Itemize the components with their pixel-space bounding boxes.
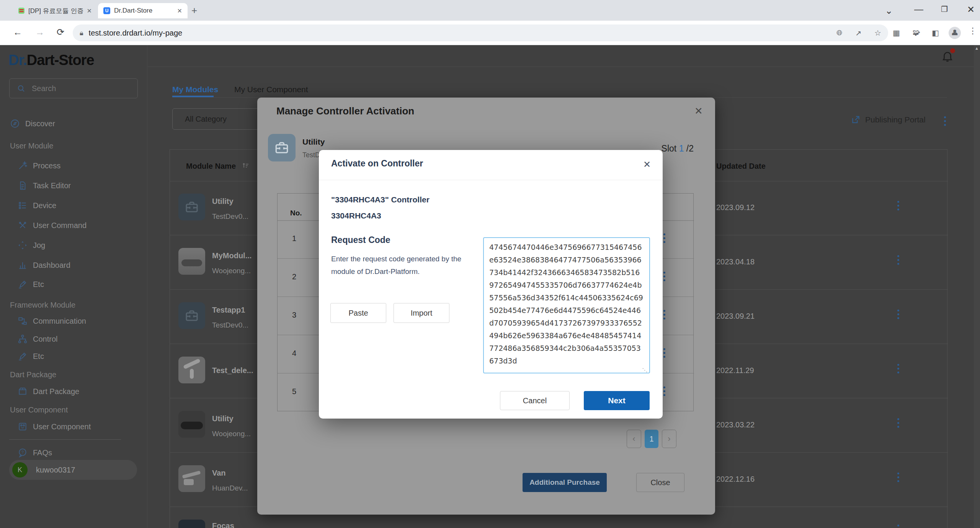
pagination-next-button[interactable]: › [662, 430, 676, 448]
textarea-resize-handle-icon[interactable]: ⋰ [642, 368, 648, 373]
sidebar-item-jog[interactable]: Jog [18, 240, 45, 250]
slot-kebab-icon[interactable] [663, 233, 665, 243]
slot-kebab-icon[interactable] [663, 310, 665, 319]
sidebar-item-faqs[interactable]: ? FAQs [18, 448, 52, 458]
row-kebab-icon[interactable] [897, 364, 899, 373]
store-logo[interactable]: Dr.Dart-Store [8, 52, 94, 68]
user-card[interactable]: K kuwoo0317 [9, 460, 137, 480]
sidebar-item-label: Dart Package [33, 387, 79, 396]
module-updated-date: 2022.11.29 [716, 366, 754, 375]
window-minimize-button[interactable]: — [914, 5, 923, 14]
row-kebab-icon[interactable] [897, 310, 899, 319]
sidebar-item-etc-framework[interactable]: Etc [18, 351, 44, 361]
sidebar-item-task-editor[interactable]: Task Editor [18, 181, 71, 191]
row-kebab-icon[interactable] [897, 525, 899, 528]
tab-my-modules[interactable]: My Modules [172, 85, 218, 94]
window-restore-button[interactable]: ❐ [941, 5, 948, 13]
sidebar-item-control[interactable]: Control [18, 334, 57, 344]
paste-button[interactable]: Paste [330, 303, 386, 323]
faq-icon: ? [18, 448, 28, 458]
pagination-prev-button[interactable]: ‹ [627, 430, 641, 448]
sidebar-item-etc-user[interactable]: Etc [18, 279, 44, 289]
profile-avatar[interactable]: 👤︎ [949, 27, 961, 39]
sidebar-item-label: Device [33, 201, 56, 210]
communication-icon [18, 316, 28, 326]
pencil-icon [18, 279, 28, 289]
category-select-value: All Category [185, 115, 227, 124]
next-button[interactable]: Next [584, 391, 650, 410]
header-divider [148, 67, 974, 67]
search-input[interactable] [31, 84, 127, 93]
modal2-close-icon[interactable]: ✕ [643, 159, 651, 170]
address-bar[interactable]: 🔒︎ test.store.drdart.io/my-page 🌐︎ ↗ ☆ [73, 24, 888, 41]
side-panel-icon[interactable]: ◧ [932, 28, 939, 37]
browser-tab-strip: [DP] 유료모듈 인증 기능 개발 (Ic ✕ U Dr.Dart-Store… [0, 0, 980, 21]
bookmark-star-icon[interactable]: ☆ [874, 28, 881, 37]
forward-icon[interactable]: → [35, 28, 44, 37]
extensions-puzzle-icon[interactable]: 🧩︎ [913, 28, 920, 37]
sidebar-item-communication[interactable]: Communication [18, 316, 86, 326]
page-scrollbar[interactable]: ▲ ▼ [974, 45, 980, 528]
module-name: Test_dele... [212, 366, 253, 375]
tab1-close-icon[interactable]: ✕ [87, 7, 92, 15]
sidebar-item-dart-package[interactable]: Dart Package [18, 386, 79, 396]
row-kebab-icon[interactable] [897, 473, 899, 482]
extension-qr-icon[interactable]: ▦ [893, 28, 900, 37]
translate-icon[interactable]: 🌐︎ [836, 29, 842, 37]
section-framework-module: Framework Module [10, 301, 75, 310]
search-box[interactable] [9, 78, 138, 98]
bar-chart-icon [18, 260, 28, 270]
compass-icon [10, 119, 20, 129]
notification-badge [950, 48, 955, 53]
cancel-label: Cancel [523, 396, 547, 405]
additional-purchase-button[interactable]: Additional Purchase [523, 473, 607, 492]
search-icon [16, 84, 26, 93]
module-name: Utility [212, 414, 234, 423]
tools-icon [18, 220, 28, 230]
back-icon[interactable]: ← [13, 28, 22, 37]
row-kebab-icon[interactable] [897, 255, 899, 265]
slot-no: 2 [292, 272, 296, 281]
modal1-close-button[interactable]: Close [636, 473, 684, 492]
slot-kebab-icon[interactable] [663, 348, 665, 358]
modal1-title: Manage Controller Activation [276, 105, 414, 117]
share-icon[interactable]: ↗ [855, 29, 861, 37]
modal1-close-icon[interactable]: ✕ [694, 105, 703, 117]
sidebar-item-dashboard[interactable]: Dashboard [18, 260, 70, 270]
tab-my-user-component[interactable]: My User Component [234, 85, 308, 94]
tab2-close-icon[interactable]: ✕ [177, 7, 182, 15]
sidebar-item-user-command[interactable]: User Command [18, 220, 87, 230]
row-kebab-icon[interactable] [897, 201, 899, 210]
import-button[interactable]: Import [394, 303, 449, 323]
controller-id: 3304RHC4A3 [331, 211, 381, 220]
sidebar-item-discover[interactable]: Discover [10, 119, 55, 129]
slot-kebab-icon[interactable] [663, 386, 665, 396]
sidebar-item-process[interactable]: Process [18, 161, 60, 171]
table-header-module-name[interactable]: Module Name [186, 162, 236, 171]
sidebar-item-label: User Component [33, 422, 91, 431]
module-dev: TestDev0... [212, 212, 248, 221]
scrollbar-up-arrow-icon[interactable]: ▲ [975, 46, 979, 51]
sidebar-item-user-component[interactable]: User Component [18, 422, 91, 432]
sort-icon[interactable] [241, 161, 250, 170]
jog-move-icon [18, 240, 28, 250]
sidebar-item-device[interactable]: Device [18, 200, 56, 210]
sidebar-item-label: Etc [33, 352, 44, 361]
window-menu-chevron-icon[interactable]: ⌄ [885, 6, 893, 15]
reload-icon[interactable]: ⟳ [57, 28, 64, 37]
module-name: Van [212, 469, 226, 477]
page-menu-kebab-icon[interactable] [944, 116, 946, 126]
tab1-title: [DP] 유료모듈 인증 기능 개발 (Ic [28, 7, 83, 15]
cancel-button[interactable]: Cancel [500, 391, 570, 410]
window-close-button[interactable]: ✕ [967, 5, 975, 14]
browser-tab-2[interactable]: U Dr.Dart-Store ✕ [98, 3, 188, 18]
slot-kebab-icon[interactable] [663, 272, 665, 281]
publishing-portal-link[interactable]: Publishing Portal [851, 115, 926, 125]
new-tab-button[interactable]: + [191, 5, 197, 15]
browser-menu-kebab-icon[interactable]: ⋮ [969, 26, 977, 36]
browser-tab-1[interactable]: [DP] 유료모듈 인증 기능 개발 (Ic ✕ [13, 3, 97, 18]
row-kebab-icon[interactable] [897, 418, 899, 428]
control-tree-icon [18, 334, 28, 344]
request-code-textarea[interactable]: 4745674470446e3475696677315467456e63524e… [483, 237, 650, 373]
pagination-page-1-button[interactable]: 1 [645, 430, 658, 448]
